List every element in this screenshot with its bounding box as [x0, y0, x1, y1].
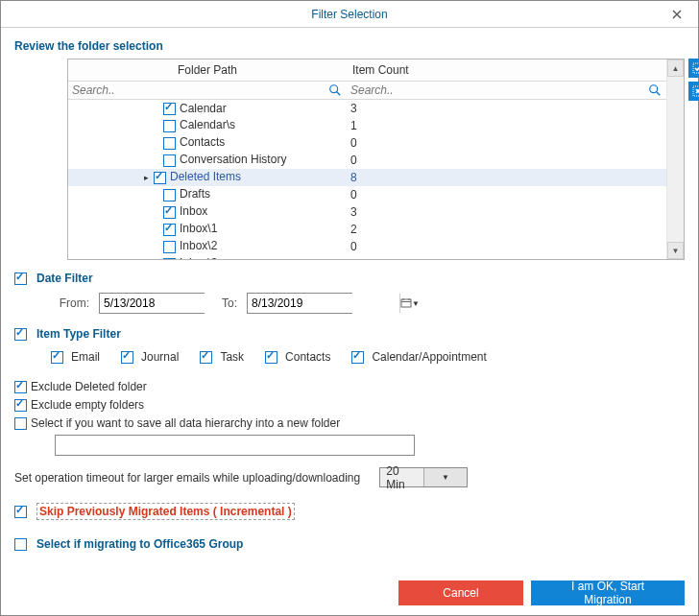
to-date-picker[interactable]: ▼ [247, 293, 352, 314]
table-row[interactable]: Calendar\s1 [68, 117, 666, 134]
window-title: Filter Selection [311, 8, 387, 21]
exclude-empty-checkbox[interactable] [14, 399, 27, 412]
table-row[interactable]: Calendar3 [68, 100, 666, 117]
folder-checkbox[interactable] [163, 224, 176, 236]
timeout-combobox[interactable]: 20 Min ▼ [379, 467, 468, 487]
table-row[interactable]: ▸Deleted Items8 [68, 169, 666, 186]
table-row[interactable]: Inbox\12 [68, 221, 666, 238]
scroll-up-icon[interactable]: ▲ [667, 59, 684, 77]
office365-row: Select if migrating to Office365 Group [14, 537, 685, 551]
search-icon[interactable] [647, 83, 663, 97]
folder-grid-body: Folder Path Item Count [68, 59, 666, 259]
item-count: 3 [347, 203, 666, 221]
filter-selection-dialog: Filter Selection Review the folder selec… [0, 0, 699, 616]
item-type-filter-label: Item Type Filter [36, 327, 121, 341]
folder-checkbox[interactable] [163, 189, 176, 201]
folder-label: Inbox\1 [180, 222, 217, 235]
calendar-label: Calendar/Appointment [372, 350, 486, 364]
contacts-checkbox[interactable] [265, 351, 277, 364]
search-icon[interactable] [327, 83, 343, 97]
item-count: 3 [347, 100, 666, 117]
cancel-button[interactable]: Cancel [398, 580, 523, 605]
task-label: Task [220, 350, 244, 364]
folder-label: Calendar [180, 102, 227, 115]
folder-checkbox[interactable] [163, 154, 176, 167]
table-row[interactable]: Inbox\20 [68, 238, 666, 255]
select-all-button[interactable] [688, 59, 699, 78]
folder-checkbox[interactable] [163, 206, 176, 219]
folder-label: Deleted Items [170, 170, 241, 183]
skip-migrated-label: Skip Previously Migrated Items ( Increme… [36, 503, 295, 520]
svg-line-1 [337, 92, 341, 96]
folder-label: Contacts [180, 135, 225, 149]
from-label: From: [51, 296, 89, 310]
table-row[interactable]: Conversation History0 [68, 152, 666, 169]
exclude-deleted-label: Exclude Deleted folder [31, 380, 147, 393]
email-checkbox[interactable] [51, 351, 63, 364]
calendar-icon[interactable] [399, 294, 412, 313]
task-checkbox[interactable] [200, 351, 212, 364]
folder-path-search [72, 83, 343, 97]
folder-checkbox[interactable] [163, 258, 176, 259]
scroll-down-icon[interactable]: ▼ [667, 242, 684, 259]
titlebar: Filter Selection [1, 1, 698, 28]
folder-grid: Folder Path Item Count [67, 59, 685, 260]
col-header-path[interactable]: Folder Path [68, 59, 347, 82]
chevron-down-icon[interactable]: ▼ [412, 299, 420, 308]
from-date-picker[interactable]: ▼ [99, 293, 205, 314]
folder-grid-wrapper: Folder Path Item Count [67, 59, 685, 260]
skip-migrated-checkbox[interactable] [14, 506, 27, 518]
to-label: To: [214, 296, 237, 310]
email-label: Email [71, 350, 100, 364]
folder-section-header: Review the folder selection [14, 39, 685, 53]
table-row[interactable]: Inbox3 [68, 203, 666, 221]
exclude-deleted-checkbox[interactable] [14, 381, 27, 393]
close-icon [672, 10, 682, 19]
folder-table: Folder Path Item Count [68, 59, 666, 259]
item-count: 0 [347, 238, 666, 255]
boolean-filters: Exclude Deleted folder Exclude empty fol… [14, 377, 685, 467]
journal-checkbox[interactable] [121, 351, 133, 364]
svg-point-0 [330, 85, 338, 93]
item-count: 8 [347, 169, 666, 186]
item-count: 0 [347, 186, 666, 203]
folder-label: Inbox [180, 204, 207, 218]
timeout-value: 20 Min [380, 464, 423, 491]
deselect-all-button[interactable] [688, 82, 699, 101]
date-filter-checkbox[interactable] [14, 272, 27, 285]
table-row[interactable]: Drafts0 [68, 186, 666, 203]
check-icon [692, 62, 699, 74]
search-input-path[interactable] [72, 83, 327, 97]
close-button[interactable] [656, 1, 698, 28]
expander-icon[interactable]: ▸ [144, 173, 154, 182]
save-hierarchy-checkbox[interactable] [14, 417, 27, 430]
folder-checkbox[interactable] [163, 137, 176, 150]
item-type-filter-checkbox[interactable] [14, 328, 27, 341]
folder-label: Inbox\2 [180, 239, 217, 252]
folder-checkbox[interactable] [163, 120, 176, 132]
table-row[interactable]: Inbox\30 [68, 255, 666, 260]
folder-checkbox[interactable] [163, 103, 176, 115]
chevron-down-icon[interactable]: ▼ [423, 468, 468, 486]
calendar-checkbox[interactable] [351, 351, 364, 364]
grid-scrollbar[interactable]: ▲ ▼ [666, 59, 684, 259]
contacts-label: Contacts [285, 350, 330, 364]
col-header-count[interactable]: Item Count [347, 59, 666, 82]
date-filter-label: Date Filter [36, 272, 93, 285]
folder-checkbox[interactable] [154, 172, 166, 184]
table-row[interactable]: Contacts0 [68, 134, 666, 152]
scroll-track[interactable] [667, 77, 684, 242]
to-date-input[interactable] [248, 294, 399, 313]
search-input-count[interactable] [350, 83, 647, 97]
folder-label: Inbox\3 [180, 256, 217, 259]
item-count: 2 [347, 221, 666, 238]
grid-side-buttons [688, 59, 699, 101]
date-filter-row: Date Filter [14, 272, 685, 285]
folder-checkbox[interactable] [163, 241, 176, 253]
item-count: 0 [347, 152, 666, 169]
date-inputs: From: ▼ To: ▼ [51, 293, 685, 314]
new-folder-input[interactable] [55, 435, 415, 456]
timeout-row: Set operation timeout for larger emails … [14, 467, 685, 487]
start-migration-button[interactable]: I am OK, Start Migration [531, 580, 685, 605]
office365-checkbox[interactable] [14, 538, 27, 551]
